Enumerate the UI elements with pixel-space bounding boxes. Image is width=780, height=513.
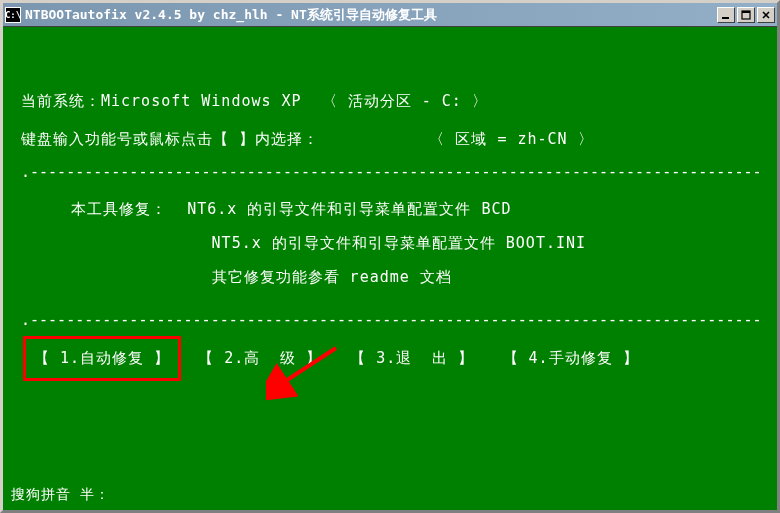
close-icon [761, 10, 771, 20]
input-hint: 键盘输入功能号或鼠标点击【 】内选择： [21, 130, 319, 148]
menu-advanced[interactable]: 【 2.高 级 】 [198, 349, 322, 368]
repair-nt6: NT6.x 的引导文件和引导菜单配置文件 BCD [187, 200, 511, 218]
active-partition: 〈 活动分区 - C: 〉 [322, 92, 488, 110]
current-system-line: 当前系统：Microsoft Windows XP 〈 活动分区 - C: 〉 [21, 89, 759, 113]
app-icon-text: C:\ [5, 10, 21, 20]
app-icon: C:\ [5, 7, 21, 23]
repair-line-2: NT5.x 的引导文件和引导菜单配置文件 BOOT.INI [21, 231, 759, 255]
app-window: C:\ NTBOOTautofix v2.4.5 by chz_hlh - NT… [0, 0, 780, 513]
menu-manual-repair[interactable]: 【 4.手动修复 】 [503, 349, 639, 368]
tool-repair-label: 本工具修复： [71, 200, 167, 218]
title-bar: C:\ NTBOOTautofix v2.4.5 by chz_hlh - NT… [3, 3, 777, 27]
divider-top: .---------------------------------------… [21, 163, 759, 181]
repair-nt5: NT5.x 的引导文件和引导菜单配置文件 BOOT.INI [212, 234, 586, 252]
menu-auto-repair[interactable]: 【 1.自动修复 】 [34, 349, 170, 367]
repair-line-1: 本工具修复： NT6.x 的引导文件和引导菜单配置文件 BCD [21, 197, 759, 221]
maximize-button[interactable] [737, 7, 755, 23]
close-button[interactable] [757, 7, 775, 23]
minimize-button[interactable] [717, 7, 735, 23]
svg-rect-2 [742, 11, 750, 13]
svg-rect-0 [722, 17, 729, 19]
window-title: NTBOOTautofix v2.4.5 by chz_hlh - NT系统引导… [25, 6, 717, 24]
ime-status: 搜狗拼音 半： [11, 486, 110, 504]
window-controls [717, 7, 775, 23]
maximize-icon [741, 10, 751, 20]
minimize-icon [721, 10, 731, 20]
menu-row: 【 1.自动修复 】 【 2.高 级 】 【 3.退 出 】 【 4.手动修复 … [6, 331, 774, 386]
divider-bottom: .---------------------------------------… [21, 311, 759, 329]
console-area: 当前系统：Microsoft Windows XP 〈 活动分区 - C: 〉 … [6, 27, 774, 507]
highlight-annotation: 【 1.自动修复 】 [23, 336, 181, 381]
locale-info: 〈 区域 = zh-CN 〉 [429, 130, 593, 148]
current-system-value: Microsoft Windows XP [101, 92, 302, 110]
input-hint-line: 键盘输入功能号或鼠标点击【 】内选择： 〈 区域 = zh-CN 〉 [21, 127, 759, 151]
current-system-label: 当前系统： [21, 92, 101, 110]
repair-line-3: 其它修复功能参看 readme 文档 [21, 265, 759, 289]
menu-exit[interactable]: 【 3.退 出 】 [350, 349, 474, 368]
repair-other: 其它修复功能参看 readme 文档 [212, 268, 452, 286]
